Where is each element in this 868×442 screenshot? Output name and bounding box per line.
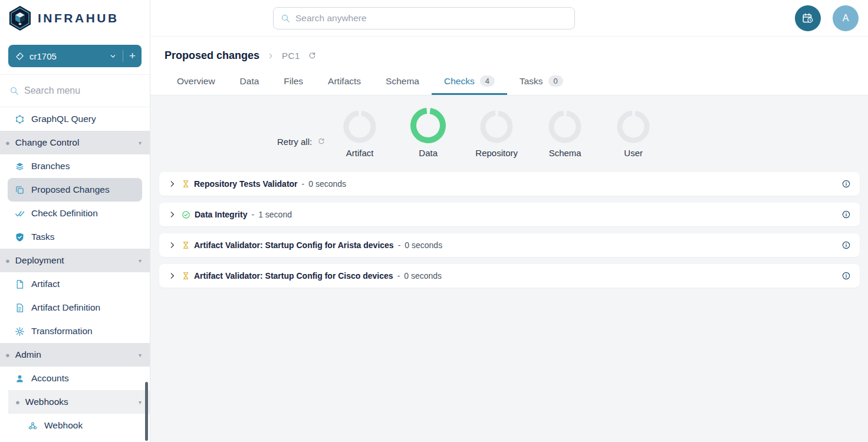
tab-checks[interactable]: Checks4 xyxy=(432,70,507,95)
sidebar-section-deployment[interactable]: ● Deployment ▾ xyxy=(0,249,150,272)
branch-icon xyxy=(15,52,24,61)
tab-label: Artifacts xyxy=(328,76,361,87)
branch-selector[interactable]: cr1705 + xyxy=(8,45,142,67)
sidebar-item-label: Check Definition xyxy=(31,208,98,219)
progress-ring-icon xyxy=(410,107,446,144)
sidebar-section-webhooks[interactable]: ● Webhooks ▾ xyxy=(8,390,150,414)
breadcrumb-item[interactable]: PC1 xyxy=(282,51,300,61)
validator-duration: 0 seconds xyxy=(405,240,442,250)
sidebar-item-label: Branches xyxy=(31,161,70,171)
global-search[interactable] xyxy=(273,7,575,29)
logo[interactable]: INFRAHUB xyxy=(0,0,150,37)
retry-all-label: Retry all: xyxy=(277,137,312,147)
caret-down-icon: ▾ xyxy=(139,352,142,358)
sidebar-item-transformation[interactable]: Transformation xyxy=(0,319,150,343)
refresh-icon[interactable] xyxy=(308,51,317,60)
validator-row[interactable]: Artifact Validator: Startup Config for A… xyxy=(159,233,860,257)
sidebar-item-check-definition[interactable]: Check Definition xyxy=(0,202,150,225)
tab-label: Checks xyxy=(444,76,475,87)
check-category-schema[interactable]: Schema xyxy=(531,107,599,158)
page-title: Proposed changes xyxy=(165,50,259,62)
tab-overview[interactable]: Overview xyxy=(165,70,228,95)
validator-row[interactable]: Data Integrity - 1 second xyxy=(159,203,860,226)
info-icon[interactable] xyxy=(841,271,851,281)
check-category-repository[interactable]: Repository xyxy=(462,107,531,158)
info-icon[interactable] xyxy=(841,210,851,219)
tab-schema[interactable]: Schema xyxy=(373,70,432,95)
progress-ring-icon xyxy=(479,110,514,144)
menu-search-input[interactable] xyxy=(24,85,124,96)
bullet-icon: ● xyxy=(5,351,10,359)
separator: - xyxy=(251,210,254,219)
menu-search[interactable] xyxy=(0,74,150,107)
tab-artifacts[interactable]: Artifacts xyxy=(315,70,373,95)
sidebar-item-label: Artifact Definition xyxy=(31,302,100,313)
hourglass-icon xyxy=(182,180,190,188)
infrahub-logo-icon xyxy=(8,5,32,31)
separator: - xyxy=(398,240,401,250)
add-branch-button[interactable]: + xyxy=(129,50,136,62)
sidebar-item-artifact-definition[interactable]: Artifact Definition xyxy=(0,296,150,319)
progress-ring-icon xyxy=(343,110,377,144)
global-search-input[interactable] xyxy=(295,13,567,24)
sidebar-item-graphql-query[interactable]: GraphQL Query xyxy=(0,107,150,131)
calendar-clock-icon xyxy=(801,12,814,25)
sidebar-scrollbar[interactable] xyxy=(145,382,148,441)
chevron-right-icon[interactable] xyxy=(168,210,176,219)
tab-tasks[interactable]: Tasks0 xyxy=(507,70,576,95)
topbar: A xyxy=(150,0,868,37)
sidebar-item-webhook[interactable]: Webhook xyxy=(0,414,150,437)
sidebar-section-label: Webhooks xyxy=(25,397,68,407)
separator: - xyxy=(302,179,305,189)
check-category-data[interactable]: Data xyxy=(394,107,462,158)
progress-ring-icon xyxy=(548,110,582,144)
tab-data[interactable]: Data xyxy=(228,70,272,95)
sidebar-section-label: Deployment xyxy=(15,255,64,266)
sidebar-section-label: Admin xyxy=(15,349,41,360)
chevron-right-icon[interactable] xyxy=(168,241,176,249)
file-icon xyxy=(15,279,25,289)
sidebar-item-label: Accounts xyxy=(31,373,69,384)
validator-row[interactable]: Repository Tests Validator - 0 seconds xyxy=(159,172,860,196)
sidebar-section-change-control[interactable]: ● Change Control ▾ xyxy=(0,131,150,154)
retry-icon[interactable] xyxy=(317,137,326,146)
chevron-right-icon[interactable] xyxy=(168,180,176,188)
webhook-icon xyxy=(28,421,38,431)
sidebar-item-artifact[interactable]: Artifact xyxy=(0,272,150,296)
ring-label: Data xyxy=(394,148,462,158)
sidebar-item-label: Transformation xyxy=(31,326,93,337)
search-icon xyxy=(9,86,19,95)
sidebar-section-admin[interactable]: ● Admin ▾ xyxy=(0,343,150,367)
chevron-down-icon[interactable] xyxy=(109,52,117,60)
bullet-icon: ● xyxy=(15,398,20,407)
file-lines-icon xyxy=(15,303,25,313)
sidebar-item-branches[interactable]: Branches xyxy=(0,154,150,178)
layers-icon xyxy=(15,161,25,171)
page-header: Proposed changes PC1 Overview Data Files… xyxy=(150,37,868,95)
copy-icon xyxy=(15,185,25,195)
time-travel-button[interactable] xyxy=(795,5,821,31)
sidebar-item-accounts[interactable]: Accounts xyxy=(0,367,150,390)
sidebar-item-label: Webhook xyxy=(44,420,83,431)
sidebar-section-label: Change Control xyxy=(15,137,80,148)
sidebar: INFRAHUB cr1705 + GraphQL Query ● Change… xyxy=(0,0,150,442)
info-icon[interactable] xyxy=(841,179,851,189)
info-icon[interactable] xyxy=(841,240,851,250)
sidebar-item-label: Tasks xyxy=(31,232,55,242)
chevron-right-icon[interactable] xyxy=(168,272,176,280)
separator: - xyxy=(397,271,400,281)
bullet-icon: ● xyxy=(5,138,10,147)
tab-files[interactable]: Files xyxy=(271,70,315,95)
retry-row: Retry all: Artifact Data xyxy=(159,107,860,158)
validator-duration: 0 seconds xyxy=(308,179,346,189)
check-category-user[interactable]: User xyxy=(599,107,668,158)
sidebar-item-tasks[interactable]: Tasks xyxy=(0,225,150,249)
checks-panel: Retry all: Artifact Data xyxy=(150,95,868,442)
shield-check-icon xyxy=(15,232,25,242)
branch-name: cr1705 xyxy=(29,51,57,61)
sidebar-item-proposed-changes[interactable]: Proposed Changes xyxy=(8,178,142,202)
gear-icon xyxy=(15,326,25,337)
check-category-artifact[interactable]: Artifact xyxy=(326,107,394,158)
validator-row[interactable]: Artifact Validator: Startup Config for C… xyxy=(159,264,860,288)
avatar[interactable]: A xyxy=(833,5,859,31)
